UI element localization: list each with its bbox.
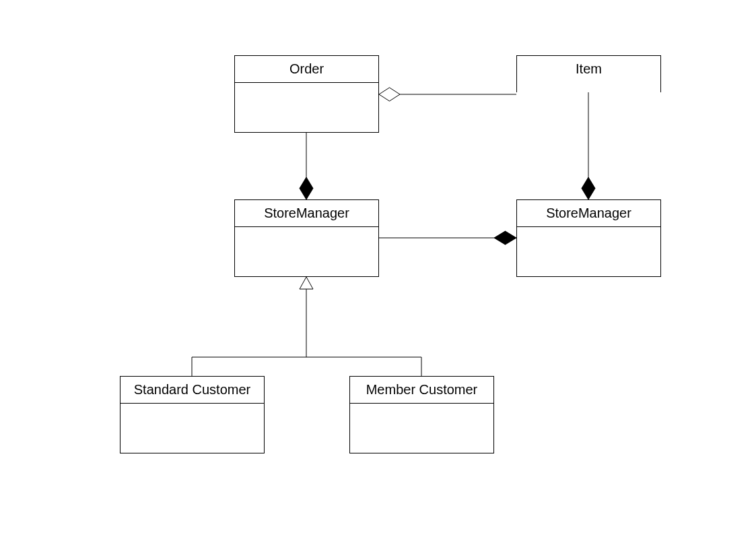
class-item-body-box: [516, 92, 661, 92]
class-member-customer-body: [350, 404, 493, 431]
class-standard-customer-title: Standard Customer: [121, 377, 264, 404]
composition-order-storemanager-left: [300, 133, 313, 199]
class-item-title: Item: [517, 56, 660, 82]
class-storemanager-right-body: [517, 227, 660, 254]
class-order-body: [235, 83, 378, 110]
composition-item-storemanager-right: [582, 92, 595, 199]
class-storemanager-left-body: [235, 227, 378, 254]
generalization-storemanager-customers: [192, 277, 421, 376]
class-member-customer-title: Member Customer: [350, 377, 493, 404]
class-order-title: Order: [235, 56, 378, 83]
class-standard-customer-body: [121, 404, 264, 431]
composition-storemanager-left-right: [379, 231, 516, 245]
svg-marker-5: [300, 177, 313, 199]
aggregation-order-item: [379, 88, 516, 101]
class-storemanager-left-title: StoreManager: [235, 200, 378, 227]
svg-marker-7: [494, 231, 516, 245]
class-storemanager-right: StoreManager: [516, 199, 661, 277]
svg-marker-1: [379, 88, 400, 101]
class-member-customer: Member Customer: [349, 376, 494, 453]
class-order: Order: [234, 55, 379, 133]
svg-marker-3: [582, 177, 595, 199]
class-item: Item: [516, 55, 661, 92]
svg-marker-8: [300, 277, 313, 289]
class-storemanager-right-title: StoreManager: [517, 200, 660, 227]
class-standard-customer: Standard Customer: [120, 376, 265, 453]
class-storemanager-left: StoreManager: [234, 199, 379, 277]
